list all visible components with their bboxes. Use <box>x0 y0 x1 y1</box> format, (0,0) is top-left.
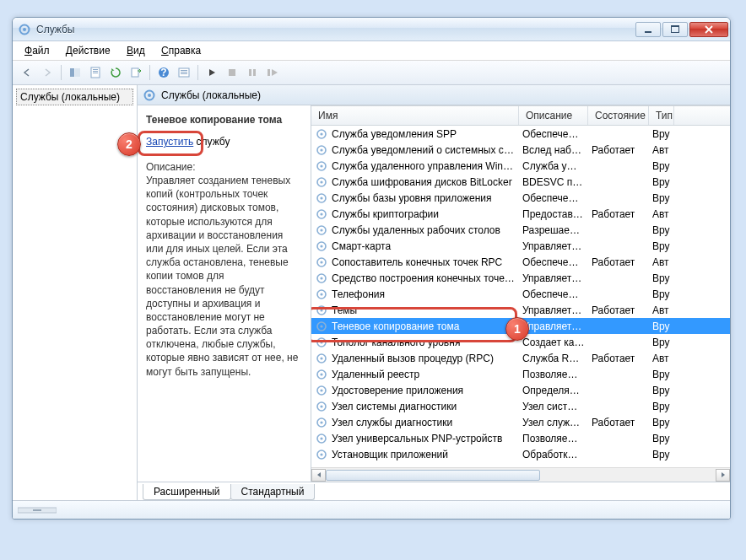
service-row[interactable]: Службы криптографииПредостав…РаботаетАвт <box>311 206 730 222</box>
service-row[interactable]: Службы базы уровня приложенияОбеспече…Вр… <box>311 190 730 206</box>
svg-rect-6 <box>75 68 80 77</box>
service-row[interactable]: Узел универсальных PNP-устройствПозволяе… <box>311 430 730 446</box>
service-row[interactable]: Удостоверение приложенияОпределя…Вру <box>311 382 730 398</box>
refresh-button[interactable] <box>106 63 125 82</box>
export-button[interactable] <box>127 63 145 82</box>
column-description[interactable]: Описание <box>519 106 588 125</box>
properties-button[interactable] <box>86 63 105 82</box>
action-list-button[interactable] <box>175 63 193 82</box>
close-button[interactable] <box>689 22 728 37</box>
service-type: Вру <box>652 176 678 188</box>
svg-rect-2 <box>645 31 651 33</box>
service-row[interactable]: Сопоставитель конечных точек RPCОбеспече… <box>311 254 730 270</box>
stop-service-button[interactable] <box>223 63 241 82</box>
view-tabs: Расширенный Стандартный <box>138 482 730 500</box>
svg-point-25 <box>320 132 322 135</box>
svg-point-43 <box>320 277 322 279</box>
window-title: Службы <box>36 24 635 35</box>
menubar: ФФайлайл Действие Вид Справка <box>13 41 730 61</box>
svg-rect-15 <box>181 70 187 71</box>
service-desc: Управляет… <box>522 320 592 332</box>
svg-rect-17 <box>181 73 187 74</box>
svg-rect-19 <box>249 69 251 76</box>
service-name: Службы базы уровня приложения <box>332 192 522 204</box>
service-name: Службы удаленных рабочих столов <box>332 224 522 236</box>
service-name: Удостоверение приложения <box>332 385 522 396</box>
svg-point-23 <box>148 94 151 97</box>
service-row[interactable]: Службы удаленных рабочих столовРазрешае…… <box>311 222 730 238</box>
service-row[interactable]: Узел службы диагностикиУзел служ…Работае… <box>311 414 730 430</box>
svg-point-57 <box>320 389 322 391</box>
service-type: Вру <box>652 385 678 396</box>
service-name: Темы <box>332 304 522 316</box>
svg-text:?: ? <box>160 67 166 78</box>
scroll-left-button[interactable] <box>311 469 326 482</box>
service-state: Работает <box>592 304 652 316</box>
service-type: Вру <box>652 240 678 252</box>
restart-service-button[interactable] <box>263 63 282 82</box>
titlebar[interactable]: Службы <box>13 18 730 41</box>
svg-point-47 <box>320 309 322 311</box>
service-row[interactable]: Удаленный вызов процедур (RPC)Служба R…Р… <box>311 350 730 366</box>
svg-point-53 <box>320 357 322 359</box>
scroll-thumb[interactable] <box>326 470 540 481</box>
column-startup[interactable]: Тип <box>649 106 674 125</box>
services-app-icon <box>18 23 31 36</box>
service-desc: Обеспече… <box>522 192 592 204</box>
scroll-track[interactable] <box>326 469 716 482</box>
horizontal-scrollbar[interactable] <box>311 467 730 482</box>
service-row[interactable]: Узел системы диагностикиУзел сист…Вру <box>311 398 730 414</box>
svg-rect-21 <box>268 69 270 76</box>
service-row[interactable]: Служба уведомлений о системных соб…Вслед… <box>311 142 730 158</box>
column-headers[interactable]: ИмяОписаниеСостояниеТип <box>311 105 730 126</box>
tab-extended[interactable]: Расширенный <box>143 484 231 500</box>
menu-help[interactable]: Справка <box>154 43 208 58</box>
tree-node-services-local[interactable]: Службы (локальные) <box>16 89 133 105</box>
service-row[interactable]: ТемыУправляет…РаботаетАвт <box>311 302 730 318</box>
nav-forward-button[interactable] <box>38 63 57 82</box>
service-row[interactable]: Установщик приложенийОбработк…Вру <box>311 446 730 462</box>
maximize-button[interactable] <box>662 22 688 37</box>
service-row[interactable]: Служба удаленного управления Windo…Служб… <box>311 158 730 174</box>
service-row[interactable]: Удаленный реестрПозволяе…Вру <box>311 366 730 382</box>
services-rows[interactable]: Служба уведомления SPPОбеспече…ВруСлужба… <box>311 126 730 467</box>
menu-action[interactable]: Действие <box>59 43 117 58</box>
menu-view[interactable]: Вид <box>120 43 152 58</box>
scroll-right-button[interactable] <box>716 469 730 482</box>
toolbar: ? <box>13 61 730 85</box>
service-row[interactable]: Смарт-картаУправляет…Вру <box>311 238 730 254</box>
service-name: Узел универсальных PNP-устройств <box>332 433 522 444</box>
service-row[interactable]: ТелефонияОбеспече…Вру <box>311 286 730 302</box>
detail-pane: Теневое копирование тома Запустить служб… <box>138 105 311 482</box>
service-type: Авт <box>652 256 678 268</box>
description-label: Описание: <box>146 161 302 173</box>
svg-point-39 <box>320 245 322 247</box>
nav-back-button[interactable] <box>18 63 36 82</box>
svg-rect-4 <box>671 25 679 27</box>
service-state: Работает <box>592 144 652 156</box>
service-type: Вру <box>652 433 678 444</box>
service-row[interactable]: Служба уведомления SPPОбеспече…Вру <box>311 126 730 142</box>
minimize-button[interactable] <box>635 22 661 37</box>
svg-point-37 <box>320 229 322 231</box>
service-row[interactable]: Служба шифрования дисков BitLockerBDESVC… <box>311 174 730 190</box>
service-row[interactable]: Средство построения конечных точек …Упра… <box>311 270 730 286</box>
service-type: Авт <box>652 304 678 316</box>
svg-rect-18 <box>229 69 235 76</box>
column-name[interactable]: Имя <box>311 106 519 125</box>
tab-standard[interactable]: Стандартный <box>230 484 316 500</box>
service-name: Узел службы диагностики <box>332 417 522 428</box>
start-service-link[interactable]: Запустить <box>146 136 193 148</box>
service-name: Теневое копирование тома <box>332 320 522 332</box>
show-hide-tree-button[interactable] <box>66 63 84 82</box>
service-desc: Обеспече… <box>522 128 592 140</box>
column-state[interactable]: Состояние <box>588 106 649 125</box>
menu-file[interactable]: ФФайлайл <box>18 43 57 58</box>
pause-service-button[interactable] <box>243 63 262 82</box>
service-type: Вру <box>652 272 678 284</box>
svg-point-49 <box>320 325 322 327</box>
help-button[interactable]: ? <box>154 63 173 82</box>
service-type: Авт <box>652 353 678 364</box>
start-service-button[interactable] <box>203 63 221 82</box>
svg-point-59 <box>320 405 322 407</box>
